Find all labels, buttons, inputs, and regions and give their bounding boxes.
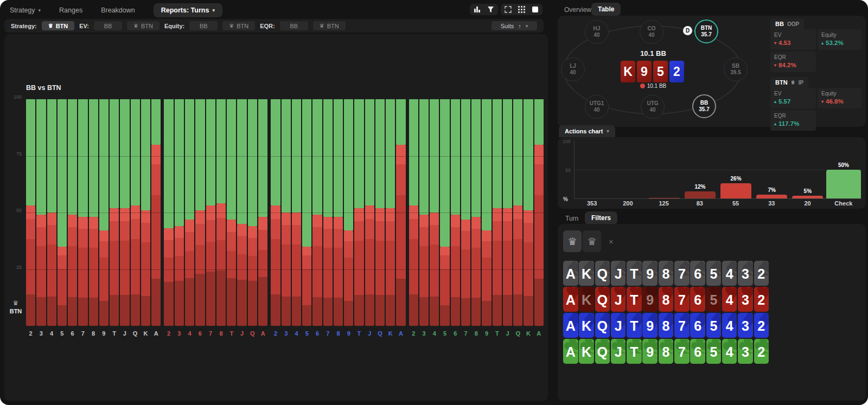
turn-bar-4-clubs[interactable] [430, 99, 439, 326]
turn-bar-A-hearts[interactable] [258, 99, 267, 326]
card-tile-7-heart[interactable]: ♥7 [674, 287, 690, 312]
card-tile-K-diamond[interactable]: ♦K [579, 313, 594, 338]
card-tile-T-spade[interactable]: ♠T [627, 261, 642, 286]
card-tile-6-diamond[interactable]: ♦6 [690, 313, 705, 338]
action-bar-33[interactable] [756, 195, 787, 198]
card-tile-Q-diamond[interactable]: ♦Q [595, 313, 610, 338]
turn-bar-2-spades[interactable] [26, 99, 35, 326]
seat-utg1[interactable]: UTG140 [585, 95, 609, 119]
card-tile-5-diamond[interactable]: ♦5 [706, 313, 722, 338]
card-tile-J-diamond[interactable]: ♦J [611, 313, 626, 338]
action-bar-20[interactable] [792, 196, 823, 198]
turn-bar-T-hearts[interactable] [227, 99, 236, 326]
tab-breakdown[interactable]: Breakdown [101, 7, 135, 14]
card-tile-J-heart[interactable]: ♥J [611, 287, 626, 312]
eqr-btn-chip[interactable]: ♛BTN [313, 21, 346, 30]
turn-bar-Q-clubs[interactable] [513, 99, 522, 326]
card-tile-2-club[interactable]: ♣2 [754, 339, 769, 364]
card-tile-5-heart[interactable]: ♥5 [706, 287, 722, 312]
card-tile-9-club[interactable]: ♣9 [642, 339, 658, 364]
turn-bar-8-hearts[interactable] [216, 99, 226, 326]
turn-bar-5-spades[interactable] [58, 99, 67, 326]
ev-bb-chip[interactable]: BB [94, 21, 122, 30]
card-tile-T-diamond[interactable]: ♦T [627, 313, 642, 338]
card-tile-K-club[interactable]: ♣K [579, 339, 594, 364]
suits-sort-dropdown[interactable]: Suits↑▾ [492, 21, 537, 30]
turn-bar-A-clubs[interactable] [534, 99, 544, 326]
card-tile-3-heart[interactable]: ♥3 [738, 287, 753, 312]
turn-bar-3-hearts[interactable] [175, 99, 184, 326]
turn-bar-J-hearts[interactable] [237, 99, 246, 326]
expand-icon[interactable] [504, 5, 512, 14]
tab-overview[interactable]: Overview [564, 6, 591, 14]
turn-bar-K-diamonds[interactable] [386, 99, 395, 326]
card-tile-5-spade[interactable]: ♠5 [706, 261, 722, 286]
card-tile-8-club[interactable]: ♣8 [659, 339, 674, 364]
filter-icon[interactable] [487, 5, 495, 14]
turn-bar-5-diamonds[interactable] [302, 99, 311, 326]
eqr-bb-chip[interactable]: BB [280, 21, 308, 30]
card-tile-6-heart[interactable]: ♥6 [690, 287, 705, 312]
turn-bar-T-spades[interactable] [110, 99, 119, 326]
seat-co[interactable]: CO40 [640, 20, 663, 44]
card-tile-A-diamond[interactable]: ♦A [563, 313, 578, 338]
tab-strategy[interactable]: Strategy▾ [10, 7, 41, 14]
actions-chart-tab[interactable]: Actions chart ▾ [559, 125, 615, 137]
card-tile-9-diamond[interactable]: ♦9 [642, 313, 658, 338]
turn-bar-2-diamonds[interactable] [271, 99, 280, 326]
turn-bar-7-clubs[interactable] [461, 99, 470, 326]
card-tile-7-spade[interactable]: ♠7 [674, 261, 690, 286]
square-view-icon[interactable] [531, 5, 539, 14]
card-tile-Q-spade[interactable]: ♠Q [595, 261, 610, 286]
tab-ranges[interactable]: Ranges [59, 7, 82, 14]
card-tile-8-heart[interactable]: ♥8 [659, 287, 674, 312]
crown-filter-chip[interactable]: ♛ [583, 230, 601, 252]
turn-bar-2-clubs[interactable] [409, 99, 418, 326]
card-tile-A-spade[interactable]: ♠A [563, 261, 578, 286]
card-tile-4-heart[interactable]: ♥4 [722, 287, 737, 312]
turn-bar-T-clubs[interactable] [493, 99, 502, 326]
card-tile-5-club[interactable]: ♣5 [706, 339, 722, 364]
equity-btn-chip[interactable]: ♛BTN [222, 21, 255, 30]
turn-bar-9-clubs[interactable] [482, 99, 491, 326]
seat-sb[interactable]: SB39.5 [724, 57, 748, 81]
bar-chart-icon[interactable] [473, 5, 481, 14]
card-tile-T-club[interactable]: ♣T [627, 339, 642, 364]
card-tile-8-diamond[interactable]: ♦8 [659, 313, 674, 338]
card-tile-2-spade[interactable]: ♠2 [754, 261, 769, 286]
card-tile-3-club[interactable]: ♣3 [738, 339, 753, 364]
card-tile-4-club[interactable]: ♣4 [722, 339, 737, 364]
seat-bb[interactable]: BB35.7 [692, 94, 716, 118]
card-tile-Q-heart[interactable]: ♥Q [595, 287, 610, 312]
turn-bar-6-diamonds[interactable] [312, 99, 322, 326]
turn-bar-7-spades[interactable] [78, 99, 87, 326]
crown-filter-chip[interactable]: ♛ [563, 230, 582, 252]
turn-bar-3-spades[interactable] [36, 99, 46, 326]
turn-bar-6-spades[interactable] [68, 99, 77, 326]
turn-bar-6-hearts[interactable] [195, 99, 205, 326]
seat-hj[interactable]: HJ40 [585, 20, 609, 44]
turn-bar-A-diamonds[interactable] [396, 99, 405, 326]
card-tile-Q-club[interactable]: ♣Q [595, 339, 610, 364]
turn-bar-J-clubs[interactable] [503, 99, 512, 326]
turn-bar-Q-hearts[interactable] [248, 99, 257, 326]
turn-bar-8-clubs[interactable] [471, 99, 481, 326]
card-tile-6-spade[interactable]: ♠6 [690, 261, 705, 286]
card-tile-6-club[interactable]: ♣6 [690, 339, 705, 364]
tab-table[interactable]: Table [591, 3, 621, 16]
ev-btn-chip[interactable]: ♛BTN [127, 21, 159, 30]
close-icon[interactable]: × [609, 237, 614, 246]
turn-bar-7-hearts[interactable] [206, 99, 215, 326]
grid-icon[interactable] [518, 5, 526, 14]
card-tile-A-heart[interactable]: ♥A [563, 287, 578, 312]
turn-bar-J-diamonds[interactable] [365, 99, 374, 326]
turn-bar-T-diamonds[interactable] [354, 99, 363, 326]
turn-bar-J-spades[interactable] [120, 99, 129, 326]
turn-bar-A-spades[interactable] [151, 99, 161, 326]
turn-bar-8-spades[interactable] [89, 99, 98, 326]
card-tile-3-spade[interactable]: ♠3 [738, 261, 753, 286]
card-tile-J-spade[interactable]: ♠J [611, 261, 626, 286]
action-bar-55[interactable] [720, 183, 751, 198]
turn-bar-2-hearts[interactable] [164, 99, 173, 326]
turn-bar-9-spades[interactable] [99, 99, 108, 326]
